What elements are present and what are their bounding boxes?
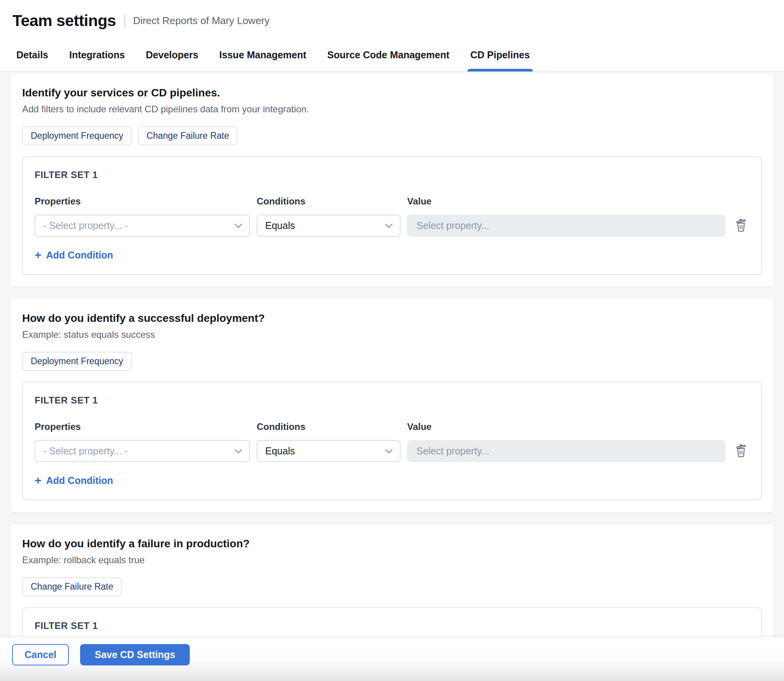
tab-developers[interactable]: Developers: [145, 42, 199, 71]
value-label: Value: [407, 196, 726, 207]
add-condition-button[interactable]: + Add Condition: [35, 249, 113, 261]
filter-row: - Select property... - Equals: [35, 440, 749, 462]
delete-filter-button[interactable]: [733, 217, 749, 235]
value-label: Value: [407, 421, 726, 432]
section-heading: How do you identify a successful deploym…: [22, 312, 762, 325]
property-select[interactable]: - Select property... -: [35, 440, 250, 462]
title-row: Team settings Direct Reports of Mary Low…: [12, 12, 772, 30]
condition-select-value: Equals: [265, 445, 295, 457]
property-select-placeholder: - Select property... -: [43, 220, 128, 231]
delete-filter-button[interactable]: [733, 442, 749, 460]
tab-issue-management[interactable]: Issue Management: [219, 42, 307, 71]
tab-cd-pipelines[interactable]: CD Pipelines: [470, 42, 531, 71]
filter-set-title: FILTER SET 1: [35, 395, 749, 406]
cancel-button[interactable]: Cancel: [12, 644, 69, 665]
trash-icon: [735, 444, 747, 457]
action-footer: Cancel Save CD Settings: [0, 637, 784, 681]
condition-select[interactable]: Equals: [257, 440, 401, 462]
conditions-label: Conditions: [257, 196, 401, 207]
section-description: Example: status equals success: [22, 329, 762, 340]
filter-set-card: FILTER SET 1 Properties Conditions Value…: [22, 382, 762, 500]
trash-icon: [735, 218, 747, 232]
condition-select-value: Equals: [265, 220, 295, 231]
save-cd-settings-button[interactable]: Save CD Settings: [80, 644, 190, 665]
chevron-down-icon: [385, 449, 393, 454]
filter-set-title: FILTER SET 1: [35, 169, 749, 180]
metric-chip-row: Change Failure Rate: [22, 577, 762, 596]
title-divider: [124, 14, 125, 28]
tab-details[interactable]: Details: [16, 42, 49, 71]
section-identify-pipelines: Identify your services or CD pipelines. …: [10, 73, 774, 286]
chip-change-failure-rate[interactable]: Change Failure Rate: [138, 126, 238, 145]
filter-column-labels: Properties Conditions Value: [35, 421, 749, 432]
condition-select[interactable]: Equals: [257, 215, 401, 237]
section-successful-deployment: How do you identify a successful deploym…: [10, 299, 774, 512]
filter-column-labels: Properties Conditions Value: [35, 196, 749, 207]
section-heading: Identify your services or CD pipelines.: [22, 87, 762, 99]
main-content: Identify your services or CD pipelines. …: [0, 72, 784, 681]
chevron-down-icon: [234, 449, 242, 454]
page-header: Team settings Direct Reports of Mary Low…: [0, 0, 784, 37]
filter-row: - Select property... - Equals: [35, 215, 749, 237]
tab-bar: Details Integrations Developers Issue Ma…: [0, 37, 784, 72]
chip-deployment-frequency[interactable]: Deployment Frequency: [22, 126, 132, 145]
add-condition-button[interactable]: + Add Condition: [35, 475, 113, 486]
metric-chip-row: Deployment Frequency: [22, 352, 762, 371]
section-description: Example: rollback equals true: [22, 555, 762, 566]
chevron-down-icon: [385, 224, 393, 228]
properties-label: Properties: [35, 421, 250, 432]
value-input[interactable]: [407, 215, 726, 237]
tab-source-code-management[interactable]: Source Code Management: [327, 42, 450, 71]
chip-change-failure-rate[interactable]: Change Failure Rate: [22, 577, 122, 596]
property-select[interactable]: - Select property... -: [35, 215, 250, 237]
metric-chip-row: Deployment Frequency Change Failure Rate: [22, 126, 762, 145]
filter-set-title: FILTER SET 1: [35, 620, 749, 631]
add-condition-label: Add Condition: [46, 250, 113, 261]
property-select-placeholder: - Select property... -: [43, 445, 128, 457]
page-title: Team settings: [12, 12, 116, 30]
page-subtitle: Direct Reports of Mary Lowery: [133, 15, 270, 27]
add-condition-label: Add Condition: [46, 475, 113, 486]
value-input[interactable]: [407, 440, 726, 462]
tab-integrations[interactable]: Integrations: [68, 42, 126, 71]
filter-set-card: FILTER SET 1 Properties Conditions Value…: [22, 156, 762, 275]
properties-label: Properties: [35, 196, 250, 207]
plus-icon: +: [35, 475, 42, 486]
plus-icon: +: [35, 249, 42, 261]
chevron-down-icon: [234, 224, 242, 228]
section-heading: How do you identify a failure in product…: [22, 538, 762, 550]
chip-deployment-frequency[interactable]: Deployment Frequency: [22, 352, 132, 371]
section-description: Add filters to include relevant CD pipel…: [22, 104, 762, 115]
conditions-label: Conditions: [257, 421, 401, 432]
